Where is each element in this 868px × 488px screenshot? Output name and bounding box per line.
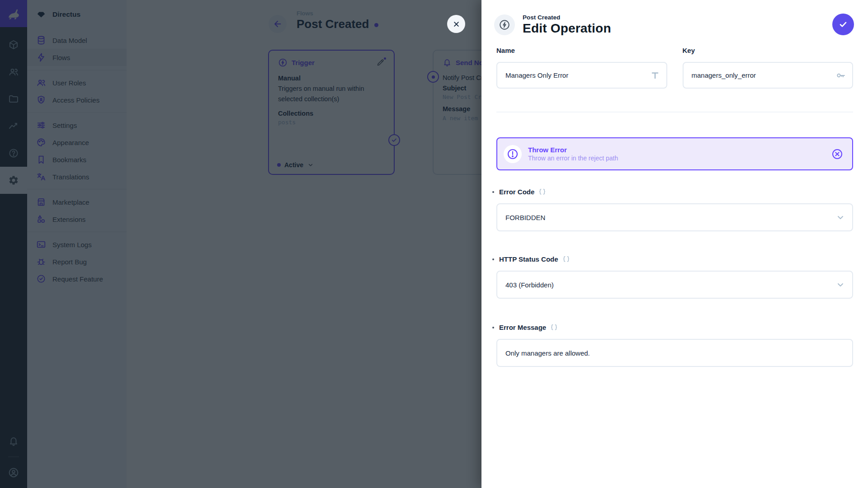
check-icon [838, 19, 848, 29]
remove-operation-icon[interactable] [831, 148, 843, 160]
edit-operation-drawer: Post Created Edit Operation Name Key [481, 0, 868, 488]
drawer-avatar [494, 14, 515, 35]
drawer-backdrop[interactable] [0, 0, 481, 488]
http-status-group: HTTP Status Code 403 (Forbidden) [496, 254, 853, 299]
title-case-icon[interactable] [650, 70, 660, 81]
error-message-group: Error Message [496, 322, 853, 367]
close-drawer-button[interactable] [447, 15, 465, 33]
operation-type-title: Throw Error [528, 146, 825, 154]
http-status-select[interactable]: 403 (Forbidden) [496, 271, 853, 299]
key-field-group: Key [683, 45, 854, 89]
name-input[interactable] [496, 62, 667, 89]
name-field-group: Name [496, 45, 667, 89]
save-button[interactable] [832, 14, 854, 35]
bolt-circle-icon [499, 19, 510, 31]
alert-circle-icon [504, 145, 522, 163]
error-code-label: Error Code [499, 187, 534, 197]
close-icon [452, 20, 461, 28]
operation-form: Name Key [496, 45, 853, 367]
raw-value-icon[interactable] [562, 255, 571, 264]
error-code-group: Error Code FORBIDDEN [496, 187, 853, 231]
drawer-title: Edit Operation [523, 21, 611, 36]
http-status-label: HTTP Status Code [499, 254, 558, 265]
required-dot [492, 191, 494, 193]
required-dot [492, 327, 494, 328]
error-code-select[interactable]: FORBIDDEN [496, 203, 853, 231]
error-message-label: Error Message [499, 322, 546, 333]
operation-type-subtitle: Throw an error in the reject path [528, 155, 825, 162]
form-divider [496, 112, 853, 113]
raw-value-icon[interactable] [538, 188, 547, 197]
directus-app: Directus Data Model Flows User Roles Acc… [0, 0, 868, 488]
chevron-down-icon [835, 279, 846, 290]
raw-value-icon[interactable] [550, 324, 558, 332]
name-label: Name [496, 45, 515, 56]
drawer-breadcrumb[interactable]: Post Created [523, 14, 611, 21]
operation-type-panel[interactable]: Throw Error Throw an error in the reject… [496, 137, 853, 170]
key-label: Key [683, 45, 695, 56]
key-input[interactable] [683, 62, 854, 89]
key-icon[interactable] [835, 70, 846, 81]
error-message-input[interactable] [496, 339, 853, 367]
chevron-down-icon [835, 212, 846, 223]
required-dot [492, 258, 494, 260]
